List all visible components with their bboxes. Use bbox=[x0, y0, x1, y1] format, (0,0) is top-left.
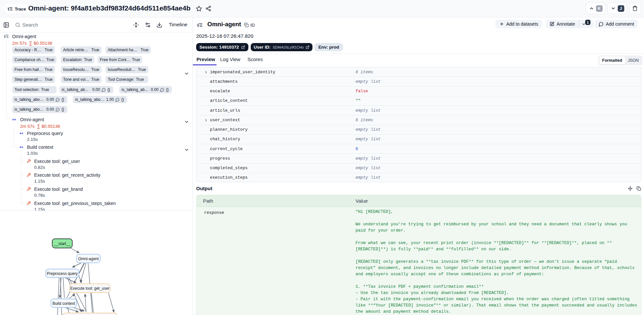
svg-text:Execute tool: get_user: Execute tool: get_user bbox=[70, 286, 109, 291]
svg-text:Build context: Build context bbox=[53, 301, 75, 306]
svg-text:Preprocess query: Preprocess query bbox=[47, 271, 78, 276]
svg-text:Omni-agent: Omni-agent bbox=[78, 257, 99, 261]
svg-text:__start__: __start__ bbox=[54, 241, 70, 246]
